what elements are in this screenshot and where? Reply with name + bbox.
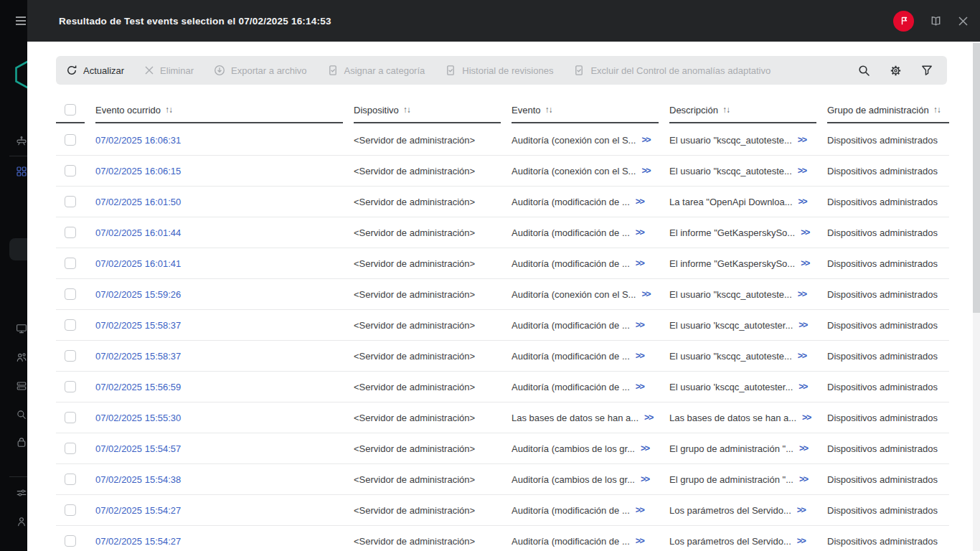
row-checkbox[interactable] <box>56 402 85 433</box>
event-time-link[interactable]: 07/02/2025 16:01:44 <box>95 227 343 238</box>
delete-button[interactable]: Eliminar <box>144 65 194 76</box>
columns-settings-button[interactable] <box>890 65 902 77</box>
row-checkbox[interactable] <box>56 464 85 494</box>
event-text: Auditoría (modificación de ... <box>512 197 630 207</box>
row-checkbox[interactable] <box>56 217 85 248</box>
select-all-header[interactable] <box>56 98 85 123</box>
sort-icon[interactable]: ↑↓ <box>722 105 730 115</box>
event-time-link[interactable]: 07/02/2025 15:54:27 <box>95 505 343 516</box>
description-expand-link[interactable]: >> <box>798 289 806 299</box>
event-time-link[interactable]: 07/02/2025 15:56:59 <box>95 382 343 392</box>
row-checkbox[interactable] <box>56 372 85 402</box>
search-button[interactable] <box>858 65 870 77</box>
column-header-event-time[interactable]: Evento ocurrido↑↓ <box>95 98 343 123</box>
event-time-link[interactable]: 07/02/2025 16:01:50 <box>95 197 343 207</box>
revision-history-button[interactable]: Historial de revisiones <box>445 65 553 76</box>
event-expand-link[interactable]: >> <box>641 135 650 145</box>
event-cell: Auditoría (modificación de ...>> <box>512 320 659 331</box>
description-expand-link[interactable]: >> <box>801 258 809 268</box>
sidebar-item-dashboard[interactable] <box>16 166 27 177</box>
event-time-link[interactable]: 07/02/2025 15:59:26 <box>95 289 343 300</box>
event-expand-link[interactable]: >> <box>636 351 644 361</box>
sidebar-item-repositories[interactable] <box>16 380 27 392</box>
event-expand-link[interactable]: >> <box>644 413 653 423</box>
event-expand-link[interactable]: >> <box>641 289 650 299</box>
row-checkbox[interactable] <box>56 495 85 525</box>
book-icon <box>929 15 943 27</box>
event-time-link[interactable]: 07/02/2025 15:54:57 <box>95 443 343 454</box>
event-time-link[interactable]: 07/02/2025 15:54:38 <box>95 474 343 485</box>
description-expand-link[interactable]: >> <box>802 413 811 423</box>
event-expand-link[interactable]: >> <box>641 474 649 484</box>
description-expand-link[interactable]: >> <box>797 505 806 515</box>
close-button[interactable] <box>958 16 969 27</box>
event-expand-link[interactable]: >> <box>636 505 644 515</box>
column-header-description[interactable]: Descripción↑↓ <box>669 98 816 123</box>
row-checkbox[interactable] <box>56 310 85 340</box>
sidebar-item-devices[interactable] <box>16 323 27 334</box>
filter-button[interactable] <box>921 65 933 76</box>
row-checkbox[interactable] <box>56 248 85 278</box>
sidebar-item-account[interactable] <box>16 516 27 527</box>
scrollbar-thumb[interactable] <box>973 43 980 313</box>
row-checkbox[interactable] <box>56 279 85 309</box>
description-expand-link[interactable]: >> <box>798 320 807 330</box>
sort-icon[interactable]: ↑↓ <box>165 105 172 115</box>
event-expand-link[interactable]: >> <box>636 258 644 268</box>
event-time-link[interactable]: 07/02/2025 15:58:37 <box>95 320 343 331</box>
row-checkbox[interactable] <box>56 526 85 551</box>
sidebar-item-settings[interactable] <box>16 487 27 499</box>
row-checkbox[interactable] <box>56 341 85 371</box>
description-expand-link[interactable]: >> <box>798 197 807 207</box>
sidebar-item-network-hub[interactable] <box>16 136 27 147</box>
event-expand-link[interactable]: >> <box>636 197 644 207</box>
description-expand-link[interactable]: >> <box>797 536 806 546</box>
sort-icon[interactable]: ↑↓ <box>933 105 941 115</box>
event-time-link[interactable]: 07/02/2025 15:55:30 <box>95 413 343 423</box>
table-row: 07/02/2025 16:01:41<Servidor de administ… <box>56 248 949 279</box>
column-header-event[interactable]: Evento↑↓ <box>512 98 659 123</box>
event-expand-link[interactable]: >> <box>636 536 644 546</box>
row-checkbox[interactable] <box>56 433 85 463</box>
description-expand-link[interactable]: >> <box>799 443 808 453</box>
sidebar-selected-item[interactable] <box>9 238 27 260</box>
event-expand-link[interactable]: >> <box>636 227 644 237</box>
column-header-device[interactable]: Dispositivo↑↓ <box>354 98 501 123</box>
sort-icon[interactable]: ↑↓ <box>403 105 410 115</box>
row-checkbox[interactable] <box>56 187 85 217</box>
select-all-checkbox[interactable] <box>65 104 76 116</box>
table-row: 07/02/2025 15:56:59<Servidor de administ… <box>56 372 949 402</box>
scrollbar-track[interactable] <box>973 42 980 551</box>
description-expand-link[interactable]: >> <box>801 227 809 237</box>
description-expand-link[interactable]: >> <box>798 351 806 361</box>
refresh-button[interactable]: Actualizar <box>66 65 124 76</box>
event-time-link[interactable]: 07/02/2025 16:06:15 <box>95 166 343 176</box>
flag-badge-button[interactable] <box>893 11 914 32</box>
description-expand-link[interactable]: >> <box>798 135 806 145</box>
sidebar-item-search[interactable] <box>16 409 27 420</box>
column-header-admin-group[interactable]: Grupo de administración↑↓ <box>827 98 949 123</box>
event-expand-link[interactable]: >> <box>636 382 644 392</box>
event-expand-link[interactable]: >> <box>636 320 644 330</box>
row-checkbox[interactable] <box>56 125 85 155</box>
event-expand-link[interactable]: >> <box>641 443 649 453</box>
assign-category-button[interactable]: Asignar a categoría <box>327 65 425 76</box>
description-expand-link[interactable]: >> <box>799 474 808 484</box>
description-expand-link[interactable]: >> <box>798 166 806 176</box>
event-time-link[interactable]: 07/02/2025 15:58:37 <box>95 351 343 362</box>
event-time-link[interactable]: 07/02/2025 15:54:27 <box>95 536 343 547</box>
row-checkbox[interactable] <box>56 156 85 186</box>
help-book-button[interactable] <box>929 15 943 27</box>
event-time-link[interactable]: 07/02/2025 16:01:41 <box>95 258 343 269</box>
exclude-adaptive-anomaly-button[interactable]: Excluir del Control de anomalías adaptat… <box>573 65 771 76</box>
description-cell: El usuario "kscqc_autoteste...>> <box>669 135 816 146</box>
sort-icon[interactable]: ↑↓ <box>545 105 552 115</box>
menu-icon[interactable] <box>15 16 27 26</box>
sidebar-item-marketplace[interactable] <box>16 437 27 448</box>
export-to-file-button[interactable]: Exportar a archivo <box>214 65 307 76</box>
event-expand-link[interactable]: >> <box>641 166 650 176</box>
description-expand-link[interactable]: >> <box>798 382 807 392</box>
event-time-link[interactable]: 07/02/2025 16:06:31 <box>95 135 343 146</box>
sidebar-item-users[interactable] <box>16 352 27 363</box>
app-sidebar <box>0 0 27 551</box>
